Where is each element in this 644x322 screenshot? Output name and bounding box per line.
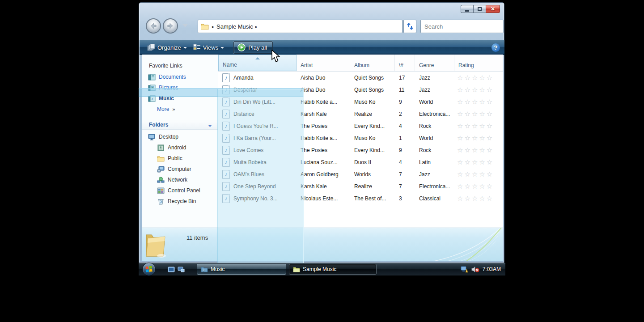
taskbar-button-sample-music[interactable]: Sample Music — [289, 264, 377, 275]
taskbar-button-music[interactable]: ♪Music — [197, 264, 286, 275]
file-row[interactable]: ♪One Step BeyondKarsh KaleRealize7Electr… — [218, 180, 503, 192]
search-box[interactable] — [420, 20, 504, 33]
column-header-[interactable]: \# — [395, 55, 415, 71]
minimize-button[interactable] — [461, 5, 473, 13]
title-bar[interactable]: ✕ — [139, 3, 504, 17]
file-row[interactable]: ♪AmandaAisha DuoQuiet Songs17Jazz☆☆☆☆☆ — [218, 72, 503, 84]
file-name: Din Din Wo (Litt... — [233, 99, 275, 105]
tree-item-computer[interactable]: Computer — [142, 164, 218, 174]
start-button[interactable] — [142, 263, 156, 276]
network-status-icon[interactable] — [461, 266, 468, 273]
back-button[interactable] — [146, 18, 161, 34]
rating-stars[interactable]: ☆☆☆☆☆ — [454, 195, 503, 203]
column-header-genre[interactable]: Genre — [415, 55, 454, 71]
breadcrumb-expand-arrow[interactable]: ▸ — [255, 24, 258, 29]
track-number-cell: 3 — [395, 195, 415, 202]
maximize-button[interactable] — [473, 5, 486, 13]
views-icon — [193, 44, 201, 51]
virtual-screen: ✕ ▸ Sample Music — [139, 0, 505, 275]
sort-ascending-icon — [255, 57, 260, 59]
column-header-name[interactable]: Name — [218, 55, 297, 71]
file-row[interactable]: ♪Symphony No. 3...Nicolaus Este...The Be… — [218, 192, 503, 204]
file-row[interactable]: ♪I Guess You're R...The PosiesEvery Kind… — [218, 120, 503, 132]
column-header-artist[interactable]: Artist — [297, 55, 350, 71]
play-all-button[interactable]: Play all — [233, 41, 273, 54]
file-row[interactable]: ♪Love ComesThe PosiesEvery Kind...9Rock☆… — [218, 144, 503, 156]
recent-pages-chevron[interactable] — [182, 24, 188, 27]
tree-item-label: Public — [168, 155, 182, 161]
rating-stars[interactable]: ☆☆☆☆☆ — [454, 74, 503, 82]
music-file-icon: ♪ — [222, 85, 230, 94]
file-row[interactable]: ♪DistanceKarsh KaleRealize2Electronica..… — [218, 108, 503, 120]
refresh-button[interactable] — [403, 20, 416, 33]
volume-muted-icon[interactable] — [471, 266, 479, 273]
file-row[interactable]: ♪Muita BobeiraLuciana Souz...Duos II4Lat… — [218, 156, 503, 168]
taskbar-button-label: Sample Music — [303, 266, 336, 272]
folder-icon — [157, 155, 165, 162]
album-cell: Quiet Songs — [350, 87, 395, 93]
rating-stars[interactable]: ☆☆☆☆☆ — [454, 134, 503, 142]
rating-stars[interactable]: ☆☆☆☆☆ — [454, 86, 503, 94]
column-header-rating[interactable]: Rating — [454, 55, 503, 71]
rating-stars[interactable]: ☆☆☆☆☆ — [454, 170, 503, 178]
rating-stars[interactable]: ☆☆☆☆☆ — [454, 110, 503, 118]
tree-item-desktop[interactable]: Desktop — [142, 131, 218, 142]
sidebar-item-documents[interactable]: Documents — [142, 72, 218, 82]
tree-item-control-panel[interactable]: Control Panel — [142, 185, 218, 196]
genre-cell: Jazz — [415, 171, 454, 178]
music-file-icon: ♪ — [222, 182, 230, 191]
rating-stars[interactable]: ☆☆☆☆☆ — [454, 122, 503, 130]
file-row[interactable]: ♪I Ka Barra (Your...Habib Koite a...Muso… — [218, 132, 503, 144]
track-number-cell: 2 — [395, 111, 415, 117]
quick-launch-switch-windows-button[interactable] — [167, 266, 175, 273]
breadcrumb-segment[interactable]: Sample Music — [216, 23, 253, 30]
sidebar-item-pictures[interactable]: Pictures — [142, 82, 218, 93]
music-file-icon: ♪ — [222, 73, 230, 82]
file-row[interactable]: ♪OAM's BluesAaron GoldbergWorlds7Jazz☆☆☆… — [218, 168, 503, 180]
track-number-cell: 1 — [395, 135, 415, 141]
close-button[interactable]: ✕ — [486, 5, 500, 13]
forward-button[interactable] — [163, 18, 178, 34]
maximize-icon — [478, 7, 482, 11]
items-count: 11 items — [186, 234, 208, 241]
rating-stars[interactable]: ☆☆☆☆☆ — [454, 146, 503, 154]
sidebar-item-more[interactable]: More» — [142, 104, 218, 114]
play-icon — [237, 43, 246, 51]
artist-cell: Nicolaus Este... — [297, 195, 350, 202]
tree-item-android[interactable]: Android — [142, 142, 218, 153]
file-name: One Step Beyond — [233, 183, 276, 190]
help-button[interactable]: ? — [491, 43, 500, 52]
organize-label: Organize — [157, 44, 181, 51]
file-row[interactable]: ♪Din Din Wo (Litt...Habib Koite a...Muso… — [218, 96, 503, 108]
name-cell: ♪Muita Bobeira — [218, 158, 297, 167]
tree-item-public[interactable]: Public — [142, 153, 218, 164]
name-cell: ♪I Ka Barra (Your... — [218, 134, 297, 143]
rating-stars[interactable]: ☆☆☆☆☆ — [454, 98, 503, 106]
name-cell: ♪OAM's Blues — [218, 170, 297, 179]
breadcrumb-arrow: ▸ — [212, 24, 214, 29]
column-header-album[interactable]: Album — [350, 55, 395, 71]
artist-cell: Karsh Kale — [297, 183, 350, 190]
rating-stars[interactable]: ☆☆☆☆☆ — [454, 182, 503, 191]
rating-stars[interactable]: ☆☆☆☆☆ — [454, 158, 503, 166]
tree-item-network[interactable]: Network — [142, 174, 218, 185]
pictures-icon — [148, 85, 156, 91]
name-cell: ♪Amanda — [218, 73, 297, 82]
views-button[interactable]: Views — [190, 42, 227, 53]
column-header-label: Album — [354, 62, 369, 68]
taskbar-clock[interactable]: 7:03AM — [483, 266, 501, 272]
organize-icon — [147, 44, 155, 51]
file-row[interactable]: ♪DespertarAisha DuoQuiet Songs11Jazz☆☆☆☆… — [218, 84, 503, 96]
quick-launch-show-desktop-button[interactable] — [177, 266, 185, 273]
organize-button[interactable]: Organize — [144, 42, 190, 53]
search-input[interactable] — [424, 23, 503, 30]
sidebar-item-music[interactable]: ♪Music — [142, 93, 218, 104]
name-cell: ♪Love Comes — [218, 146, 297, 155]
tree-item-recycle-bin[interactable]: Recycle Bin — [142, 196, 218, 207]
folders-band[interactable]: Folders ⌄ — [142, 120, 218, 130]
column-header-label: Name — [223, 62, 237, 68]
organize-caret-icon — [183, 47, 187, 49]
address-bar[interactable]: ▸ Sample Music ▸ — [198, 20, 402, 33]
file-name: Love Comes — [233, 147, 263, 153]
views-caret-icon — [220, 47, 224, 49]
